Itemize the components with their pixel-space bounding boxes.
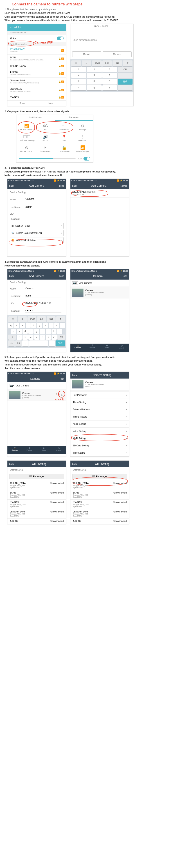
setting-row[interactable]: SD Card Setting› — [70, 442, 129, 449]
connect-btn[interactable]: Connect — [103, 52, 132, 57]
wifi-row[interactable]: iTV-9499🔒📶 — [7, 94, 66, 100]
devset-label: Device Setting — [7, 189, 66, 195]
qwerty: 中⊕PinyinEn⌨▼ qwertyuiop asdfghjkl ⇧zxcvb… — [7, 315, 66, 348]
password-input[interactable] — [73, 31, 131, 36]
step4-2: Now you can view the camera. — [4, 264, 177, 267]
setting-row[interactable]: Alarm Setting› — [70, 399, 129, 406]
wlan-toggle[interactable] — [57, 36, 64, 40]
camlist2-screen: China Telecom China Mobile📶 ⚡ 15:53 Came… — [7, 372, 66, 457]
lan-btn[interactable]: 🔍Search Camera from LAN› — [10, 230, 64, 236]
auto-toggle[interactable] — [83, 157, 90, 160]
camera-item[interactable]: CameraAAAA-982478-XWPUB(Online) — [70, 287, 129, 299]
step3-2: About CAMHI,please download it in Androi… — [4, 170, 177, 173]
name-input[interactable]: Camera — [26, 197, 62, 201]
add-camera-btn[interactable]: 📷+Add Camera — [70, 280, 129, 287]
connect-screen: IPCAM-882681 Show advanced options Cance… — [70, 24, 134, 106]
camsetting-screen: backCamera Setting CameraAAAA-982478-XWP… — [70, 372, 129, 457]
step5-2: Wifi camera must need the router,wifi bo… — [4, 359, 177, 362]
uid-input[interactable] — [26, 213, 62, 214]
net-row[interactable]: AJS666Unconnected — [70, 519, 129, 524]
net-row[interactable]: iTV-9499UnconnectedEnctype:WPA_TKIPSigna… — [70, 500, 129, 509]
camlist-screen: China Telecom China Mobile📶 ⚡ 15:53 Came… — [70, 269, 129, 352]
wlan-header: ←WLAN — [7, 24, 66, 31]
net-row[interactable]: ChinaNet-9499UnconnectedEnctype:WPA_AESS… — [70, 509, 129, 519]
tab-shortcuts[interactable]: Shortcuts — [55, 115, 93, 121]
setting-row[interactable]: Time Setting› — [70, 449, 129, 457]
net-row[interactable]: iTV-9499UnconnectedEnctype:WPA_TKIPSigna… — [7, 500, 66, 509]
net-row[interactable]: SCANUnconnectedEnctype:WPA_AESSignal:99% — [7, 490, 66, 500]
wifisetting-screen-1: backWIFI Setting Enctype:NONE Wi-Fi mana… — [7, 460, 66, 524]
wifi-row[interactable]: SCAN(Secured with WPA/WPA2,WPS available… — [7, 55, 66, 63]
step3-3: In the camera wifi environment search ca… — [4, 174, 177, 177]
doc-title: Connect the camera to router's wifi Step… — [12, 2, 177, 6]
nav-video[interactable]: ▶Video — [100, 344, 114, 352]
done-btn[interactable]: done — [59, 185, 64, 187]
keypad: 中...PinyinEn+⌨▼ 123⌫ 456 789完成 *0# — [70, 59, 134, 92]
net-row[interactable]: SCANUnconnectedEnctype:WPA_AESSignal:99% — [70, 490, 129, 500]
menu-btn[interactable]: Menu — [37, 101, 66, 106]
cancel-btn[interactable]: Cancel — [72, 52, 101, 57]
net-row[interactable]: ChinaNet-9499UnconnectedEnctype:WPA_AESS… — [7, 509, 66, 519]
setting-row[interactable]: Audio Setting› — [70, 421, 129, 428]
back-btn[interactable]: back — [9, 185, 14, 187]
step1-4: When you search the camera wifi and clic… — [4, 19, 177, 22]
setting-row[interactable]: Edit Password› — [70, 392, 129, 399]
setting-row[interactable]: Timing Record› — [70, 413, 129, 421]
step1-3: Only supply power for the camera,not con… — [4, 15, 177, 18]
back-btn[interactable]: back — [72, 185, 77, 187]
sc-ss[interactable]: ✂Screenshot — [36, 144, 55, 154]
wifi-row[interactable]: IPCAM-982478connected📶 — [7, 46, 66, 55]
user-input[interactable]: admin — [26, 205, 62, 209]
pwd-input[interactable] — [26, 218, 62, 219]
sc-lock[interactable]: 🔒Lock screen — [55, 144, 73, 154]
wlan-screen: ←WLAN Turn on or turn off WLAN Available… — [7, 24, 66, 106]
refresh-btn[interactable]: Refres — [120, 185, 127, 187]
step2: 2. Only open the camera wifi,please clos… — [4, 110, 177, 113]
step1-1: 1,First,please test the camera by mobile… — [4, 8, 177, 11]
scan-btn[interactable]: Scan — [7, 101, 37, 106]
setting-row[interactable]: Action with Alarm› — [70, 406, 129, 413]
edit-btn[interactable]: edit — [123, 275, 127, 277]
addcam2-screen: China Telecom China Mobile📶 ⚡ 15:53 back… — [7, 269, 66, 352]
sc-sound[interactable]: 🔊Sound — [36, 132, 55, 144]
found-screen: China Telecom China Mobile📶 ⚡ 15:53 back… — [70, 179, 129, 256]
tab-notif[interactable]: Notifications — [16, 115, 55, 121]
turnon-label: Turn on or turn off — [7, 31, 66, 35]
step4-1: 4.Search the camera ID and add it,the ca… — [4, 260, 177, 263]
dialog-title: IPCAM-882681 — [70, 24, 134, 29]
bottom-nav: 📷Camera 🖼Picture ▶Video ⓘAbout — [70, 344, 129, 352]
sc-dnd[interactable]: ⊘Do not disturb — [17, 144, 36, 154]
sc-bt[interactable]: ᛒBluetooth — [73, 132, 92, 144]
sc-hotspot[interactable]: 📶WLAN hotspot — [73, 144, 92, 154]
step3-1: 3. To open the camera APP:CAMHI — [4, 166, 177, 169]
advanced-link[interactable]: Show advanced options — [70, 37, 134, 43]
shortcuts-screen: NotificationsShortcuts 📶IPCAM-944403 4G4… — [16, 115, 93, 162]
qr-btn[interactable]: ▦Scan QR Code› — [10, 223, 64, 229]
step5-1: 5.To bind your router wifi. Open the set… — [4, 355, 177, 359]
sc-settings[interactable]: ⚙Settings — [73, 122, 92, 132]
nav-picture[interactable]: 🖼Picture — [85, 344, 100, 352]
step1-2: Each camera have a wifi itself,camera wi… — [4, 11, 177, 14]
wifi-row[interactable]: TP-LINK_ECAA🔒📶 — [7, 63, 66, 69]
sc-dualsim[interactable]: ☐☐Dual SIM settings — [17, 132, 36, 144]
net-row[interactable]: AJS666Unconnected — [7, 519, 66, 524]
nav-about[interactable]: ⓘAbout — [114, 344, 129, 352]
wifi-mgr-btn[interactable]: Wi-Fi manager — [9, 474, 64, 479]
net-row[interactable]: TP-LINK_ECAAUnconnectedEnctype:WPA_AESSi… — [7, 481, 66, 490]
wifi-row[interactable]: AJS666(Secured with WPA/WPA2)🔒📶 — [7, 69, 66, 78]
addcam-screen: China Telecom China Mobile📶 ⚡ 15:53 back… — [7, 179, 66, 256]
annotation: Camera WIFI — [34, 40, 53, 44]
nav-camera[interactable]: 📷Camera — [70, 344, 85, 352]
sc-gps[interactable]: 📍GPS — [55, 132, 73, 144]
wlan-label: WLAN — [10, 37, 16, 40]
step5-4: And the camera also can work. — [4, 367, 177, 370]
step5-3: Then to connect your router wifi and the… — [4, 363, 177, 366]
wifisetting-screen-2: backWIFI Setting Enctype:NONE Wi-Fi mana… — [70, 460, 129, 524]
wifi-row[interactable]: SOSUNLED(Secured with WPA/WPA2)🔒📶 — [7, 86, 66, 94]
wifi-row[interactable]: ChinaNet-9499(Secured with WPA2,WPS avai… — [7, 78, 66, 86]
